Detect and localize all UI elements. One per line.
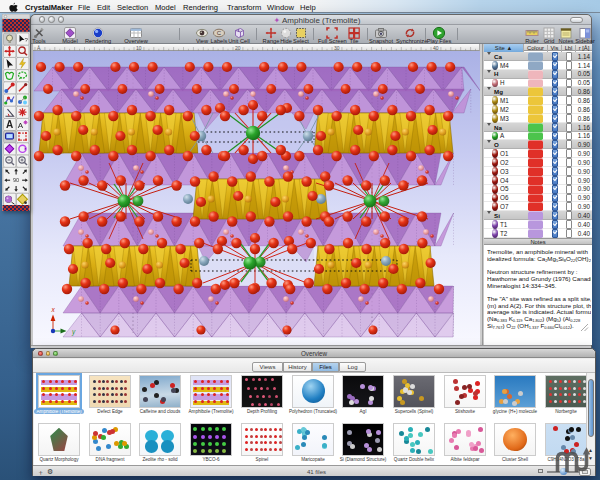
svg-text:A: A (18, 121, 24, 130)
svg-text:C: C (217, 30, 222, 36)
svg-text:20: 20 (235, 45, 241, 51)
svg-text:Å: Å (37, 45, 41, 51)
svg-text:10: 10 (136, 45, 142, 51)
svg-text:40: 40 (433, 45, 439, 51)
svg-text:30: 30 (334, 45, 340, 51)
svg-text:A: A (6, 119, 13, 130)
svg-text:90: 90 (13, 177, 19, 183)
